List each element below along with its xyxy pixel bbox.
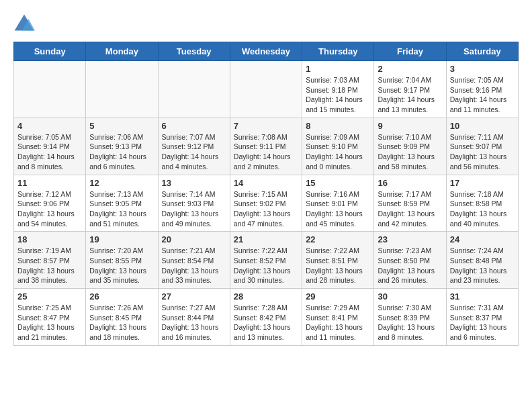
- calendar-cell: 12Sunrise: 7:13 AMSunset: 9:05 PMDayligh…: [86, 175, 158, 232]
- day-number: 5: [89, 121, 154, 131]
- calendar-cell: 9Sunrise: 7:10 AMSunset: 9:09 PMDaylight…: [374, 118, 446, 175]
- day-info: Sunrise: 7:16 AMSunset: 9:01 PMDaylight:…: [306, 189, 370, 229]
- weekday-header-sunday: Sunday: [14, 42, 86, 61]
- day-number: 12: [89, 178, 154, 188]
- day-info: Sunrise: 7:19 AMSunset: 8:57 PMDaylight:…: [17, 246, 82, 285]
- weekday-header-row: SundayMondayTuesdayWednesdayThursdayFrid…: [14, 42, 519, 61]
- day-number: 16: [378, 178, 442, 188]
- day-number: 7: [234, 121, 298, 131]
- day-number: 30: [378, 291, 442, 302]
- day-info: Sunrise: 7:10 AMSunset: 9:09 PMDaylight:…: [378, 132, 442, 172]
- day-info: Sunrise: 7:20 AMSunset: 8:55 PMDaylight:…: [89, 246, 154, 285]
- day-info: Sunrise: 7:15 AMSunset: 9:02 PMDaylight:…: [234, 189, 298, 229]
- calendar-cell: 10Sunrise: 7:11 AMSunset: 9:07 PMDayligh…: [446, 118, 518, 175]
- day-number: 21: [234, 234, 298, 244]
- day-number: 22: [306, 234, 370, 244]
- day-number: 29: [306, 291, 370, 302]
- week-row-2: 4Sunrise: 7:05 AMSunset: 9:14 PMDaylight…: [14, 118, 519, 175]
- day-info: Sunrise: 7:22 AMSunset: 8:52 PMDaylight:…: [234, 246, 298, 285]
- weekday-header-saturday: Saturday: [446, 42, 518, 61]
- calendar-cell: 26Sunrise: 7:26 AMSunset: 8:45 PMDayligh…: [86, 289, 158, 346]
- day-info: Sunrise: 7:30 AMSunset: 8:39 PMDaylight:…: [378, 303, 442, 342]
- calendar-cell: 24Sunrise: 7:24 AMSunset: 8:48 PMDayligh…: [446, 232, 518, 289]
- calendar-cell: 28Sunrise: 7:28 AMSunset: 8:42 PMDayligh…: [230, 289, 302, 346]
- day-info: Sunrise: 7:22 AMSunset: 8:51 PMDaylight:…: [306, 246, 370, 285]
- day-info: Sunrise: 7:06 AMSunset: 9:13 PMDaylight:…: [89, 132, 154, 172]
- calendar-cell: 6Sunrise: 7:07 AMSunset: 9:12 PMDaylight…: [158, 118, 230, 175]
- calendar-cell: [86, 61, 158, 118]
- day-info: Sunrise: 7:17 AMSunset: 8:59 PMDaylight:…: [378, 189, 442, 229]
- calendar-cell: 27Sunrise: 7:27 AMSunset: 8:44 PMDayligh…: [158, 289, 230, 346]
- calendar-cell: 22Sunrise: 7:22 AMSunset: 8:51 PMDayligh…: [302, 232, 374, 289]
- calendar-cell: 3Sunrise: 7:05 AMSunset: 9:16 PMDaylight…: [446, 61, 518, 118]
- day-number: 10: [450, 121, 515, 131]
- day-number: 3: [450, 64, 515, 74]
- weekday-header-monday: Monday: [86, 42, 158, 61]
- day-number: 18: [17, 234, 82, 244]
- calendar-cell: 16Sunrise: 7:17 AMSunset: 8:59 PMDayligh…: [374, 175, 446, 232]
- week-row-1: 1Sunrise: 7:03 AMSunset: 9:18 PMDaylight…: [14, 61, 519, 118]
- week-row-5: 25Sunrise: 7:25 AMSunset: 8:47 PMDayligh…: [14, 289, 519, 346]
- calendar-cell: [230, 61, 302, 118]
- calendar-cell: 23Sunrise: 7:23 AMSunset: 8:50 PMDayligh…: [374, 232, 446, 289]
- day-info: Sunrise: 7:18 AMSunset: 8:58 PMDaylight:…: [450, 189, 515, 229]
- day-number: 20: [162, 234, 226, 244]
- day-number: 19: [89, 234, 154, 244]
- calendar-cell: [14, 61, 86, 118]
- day-info: Sunrise: 7:21 AMSunset: 8:54 PMDaylight:…: [162, 246, 226, 285]
- calendar: SundayMondayTuesdayWednesdayThursdayFrid…: [13, 42, 519, 346]
- weekday-header-friday: Friday: [374, 42, 446, 61]
- calendar-cell: 15Sunrise: 7:16 AMSunset: 9:01 PMDayligh…: [302, 175, 374, 232]
- day-number: 1: [306, 64, 370, 74]
- day-info: Sunrise: 7:09 AMSunset: 9:10 PMDaylight:…: [306, 132, 370, 172]
- day-info: Sunrise: 7:23 AMSunset: 8:50 PMDaylight:…: [378, 246, 442, 285]
- day-info: Sunrise: 7:07 AMSunset: 9:12 PMDaylight:…: [162, 132, 226, 172]
- calendar-cell: 30Sunrise: 7:30 AMSunset: 8:39 PMDayligh…: [374, 289, 446, 346]
- day-number: 11: [17, 178, 82, 188]
- calendar-cell: 29Sunrise: 7:29 AMSunset: 8:41 PMDayligh…: [302, 289, 374, 346]
- weekday-header-thursday: Thursday: [302, 42, 374, 61]
- day-info: Sunrise: 7:12 AMSunset: 9:06 PMDaylight:…: [17, 189, 82, 229]
- calendar-cell: 2Sunrise: 7:04 AMSunset: 9:17 PMDaylight…: [374, 61, 446, 118]
- header: [13, 13, 519, 35]
- calendar-cell: 13Sunrise: 7:14 AMSunset: 9:03 PMDayligh…: [158, 175, 230, 232]
- calendar-cell: 14Sunrise: 7:15 AMSunset: 9:02 PMDayligh…: [230, 175, 302, 232]
- calendar-cell: 5Sunrise: 7:06 AMSunset: 9:13 PMDaylight…: [86, 118, 158, 175]
- weekday-header-wednesday: Wednesday: [230, 42, 302, 61]
- day-info: Sunrise: 7:04 AMSunset: 9:17 PMDaylight:…: [378, 75, 442, 115]
- calendar-cell: 4Sunrise: 7:05 AMSunset: 9:14 PMDaylight…: [14, 118, 86, 175]
- calendar-cell: 19Sunrise: 7:20 AMSunset: 8:55 PMDayligh…: [86, 232, 158, 289]
- week-row-4: 18Sunrise: 7:19 AMSunset: 8:57 PMDayligh…: [14, 232, 519, 289]
- day-number: 28: [234, 291, 298, 302]
- day-info: Sunrise: 7:03 AMSunset: 9:18 PMDaylight:…: [306, 75, 370, 115]
- day-number: 25: [17, 291, 82, 302]
- day-info: Sunrise: 7:27 AMSunset: 8:44 PMDaylight:…: [162, 303, 226, 342]
- day-number: 24: [450, 234, 515, 244]
- day-info: Sunrise: 7:08 AMSunset: 9:11 PMDaylight:…: [234, 132, 298, 172]
- day-info: Sunrise: 7:25 AMSunset: 8:47 PMDaylight:…: [17, 303, 82, 342]
- logo: [13, 13, 38, 35]
- calendar-cell: 31Sunrise: 7:31 AMSunset: 8:37 PMDayligh…: [446, 289, 518, 346]
- day-info: Sunrise: 7:13 AMSunset: 9:05 PMDaylight:…: [89, 189, 154, 229]
- calendar-cell: 17Sunrise: 7:18 AMSunset: 8:58 PMDayligh…: [446, 175, 518, 232]
- day-info: Sunrise: 7:05 AMSunset: 9:14 PMDaylight:…: [17, 132, 82, 172]
- calendar-cell: 21Sunrise: 7:22 AMSunset: 8:52 PMDayligh…: [230, 232, 302, 289]
- calendar-cell: 1Sunrise: 7:03 AMSunset: 9:18 PMDaylight…: [302, 61, 374, 118]
- day-info: Sunrise: 7:05 AMSunset: 9:16 PMDaylight:…: [450, 75, 515, 115]
- day-info: Sunrise: 7:29 AMSunset: 8:41 PMDaylight:…: [306, 303, 370, 342]
- day-number: 9: [378, 121, 442, 131]
- day-number: 23: [378, 234, 442, 244]
- day-number: 14: [234, 178, 298, 188]
- day-info: Sunrise: 7:26 AMSunset: 8:45 PMDaylight:…: [89, 303, 154, 342]
- day-info: Sunrise: 7:14 AMSunset: 9:03 PMDaylight:…: [162, 189, 226, 229]
- calendar-cell: 25Sunrise: 7:25 AMSunset: 8:47 PMDayligh…: [14, 289, 86, 346]
- day-number: 26: [89, 291, 154, 302]
- weekday-header-tuesday: Tuesday: [158, 42, 230, 61]
- logo-icon: [13, 13, 35, 35]
- day-number: 2: [378, 64, 442, 74]
- day-number: 17: [450, 178, 515, 188]
- day-number: 4: [17, 121, 82, 131]
- day-number: 6: [162, 121, 226, 131]
- calendar-cell: 11Sunrise: 7:12 AMSunset: 9:06 PMDayligh…: [14, 175, 86, 232]
- calendar-cell: 7Sunrise: 7:08 AMSunset: 9:11 PMDaylight…: [230, 118, 302, 175]
